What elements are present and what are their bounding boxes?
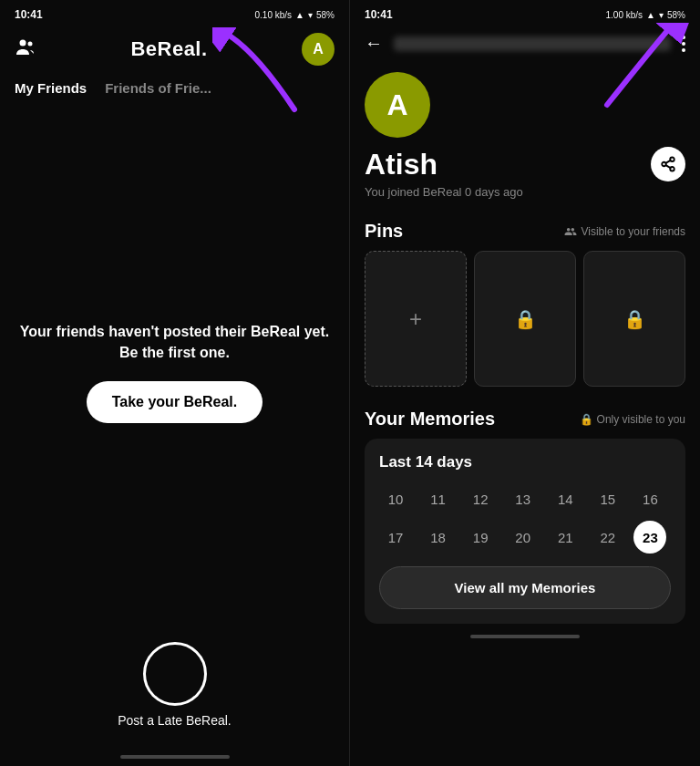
left-time: 10:41 [15,8,43,21]
join-text: You joined BeReal 0 days ago [365,185,685,199]
memories-section: Your Memories 🔒 Only visible to you Last… [350,398,700,635]
camera-shutter[interactable] [143,642,207,706]
right-network-speed: 1.00 kb/s [605,10,643,20]
pin-locked-box-1: 🔒 [474,251,576,387]
network-speed: 0.10 kb/s [254,10,292,20]
pin-add-icon: + [409,306,422,332]
left-tabs: My Friends Friends of Frie... [0,73,349,103]
cal-day-20[interactable]: 20 [507,521,540,554]
pin-lock-icon-1: 🔒 [514,308,537,330]
svg-point-0 [20,39,26,46]
svg-line-7 [665,165,670,168]
calendar-period: Last 14 days [379,453,671,471]
empty-state-text: Your friends haven't posted their BeReal… [18,322,331,363]
tab-my-friends[interactable]: My Friends [15,77,87,99]
pin-locked-box-2: 🔒 [583,251,685,387]
cal-day-13[interactable]: 13 [507,482,540,515]
cal-day-17[interactable]: 17 [379,521,412,554]
post-late-label: Post a Late BeReal. [118,713,232,728]
more-dot-3 [682,48,685,52]
cal-day-12[interactable]: 12 [464,482,497,515]
memories-visibility: 🔒 Only visible to you [580,413,685,426]
pins-title: Pins [365,221,403,242]
app-title: BeReal. [130,37,207,61]
cal-day-11[interactable]: 11 [422,482,455,515]
pins-visibility: Visible to your friends [564,225,685,238]
right-battery: 58% [667,10,685,20]
more-options-button[interactable] [682,36,685,52]
pin-add-box[interactable]: + [365,251,467,387]
signal-icon: ▲ [295,10,304,20]
pins-header: Pins Visible to your friends [365,221,685,242]
calendar-grid: 10 11 12 13 14 15 16 17 18 19 20 21 22 2… [379,482,671,554]
pin-lock-icon-2: 🔒 [623,308,646,330]
share-button[interactable] [651,147,685,181]
memories-title: Your Memories [365,409,495,430]
friends-icon[interactable] [15,36,36,63]
svg-point-1 [28,41,33,46]
take-bereal-button[interactable]: Take your BeReal. [87,381,263,423]
more-dot-2 [682,42,685,46]
battery: 58% [316,10,335,20]
svg-line-8 [665,160,670,163]
left-main-content: Your friends haven't posted their BeReal… [0,103,349,642]
right-signal-icon: ▲ [646,10,655,20]
wifi-icon: ▾ [308,10,313,20]
right-home-indicator [470,635,580,638]
phone-left: 10:41 0.10 kb/s ▲ ▾ 58% BeReal. A My Fri… [0,0,350,766]
pins-section: Pins Visible to your friends + 🔒 🔒 [350,210,700,398]
cal-day-16[interactable]: 16 [633,482,666,515]
memories-header: Your Memories 🔒 Only visible to you [365,409,685,430]
left-avatar[interactable]: A [302,33,335,66]
cal-day-21[interactable]: 21 [549,521,582,554]
left-bottom: Post a Late BeReal. [0,642,349,755]
pins-grid: + 🔒 🔒 [365,251,685,387]
cal-day-10[interactable]: 10 [379,482,412,515]
left-home-indicator [120,755,230,759]
right-header: ← [350,26,700,61]
left-header: BeReal. A [0,26,349,73]
view-memories-button[interactable]: View all my Memories [379,566,671,609]
cal-day-18[interactable]: 18 [422,521,455,554]
cal-day-14[interactable]: 14 [549,482,582,515]
profile-section: A Atish You joined BeReal 0 days ago [350,61,700,210]
profile-avatar: A [365,72,430,138]
cal-day-23[interactable]: 23 [633,521,666,554]
left-status-icons: 0.10 kb/s ▲ ▾ 58% [254,10,335,20]
username-display [394,36,671,51]
back-button[interactable]: ← [365,33,383,54]
tab-friends-of-friends[interactable]: Friends of Frie... [105,77,211,99]
more-dot-1 [682,36,685,39]
left-status-bar: 10:41 0.10 kb/s ▲ ▾ 58% [0,0,349,26]
profile-name: Atish [365,148,438,181]
right-status-icons: 1.00 kb/s ▲ ▾ 58% [605,10,685,20]
profile-name-row: Atish [365,147,685,181]
cal-day-15[interactable]: 15 [592,482,624,515]
right-time: 10:41 [365,8,393,21]
right-wifi-icon: ▾ [659,10,664,20]
calendar-card: Last 14 days 10 11 12 13 14 15 16 17 18 … [365,439,685,624]
phone-right: 10:41 1.00 kb/s ▲ ▾ 58% ← [350,0,700,766]
right-status-bar: 10:41 1.00 kb/s ▲ ▾ 58% [350,0,700,26]
cal-day-19[interactable]: 19 [464,521,497,554]
cal-day-22[interactable]: 22 [592,521,624,554]
